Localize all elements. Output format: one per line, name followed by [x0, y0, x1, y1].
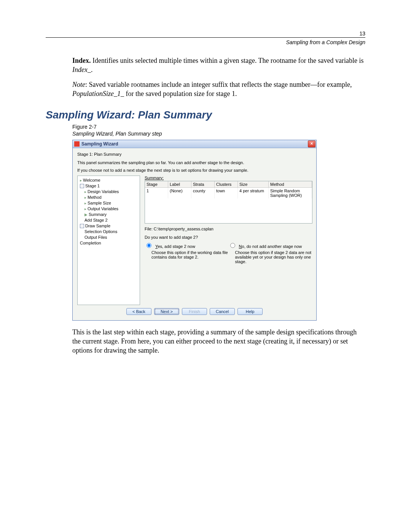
arrow-icon: ▸ [84, 200, 86, 206]
th-label: Label [168, 181, 191, 187]
stage-title: Stage 1: Plan Summary [77, 152, 312, 157]
tree-design-variables[interactable]: ▸Design Variables [79, 189, 138, 195]
td-method: Simple Random Sampling (WOR) [269, 188, 312, 198]
radio-no-input[interactable] [230, 243, 235, 248]
radio-no-mnemonic: N [239, 244, 242, 249]
figure-caption: Figure 2-7 Sampling Wizard, Plan Summary… [72, 123, 365, 137]
tree-output-files[interactable]: Output Files [79, 235, 138, 240]
radio-yes-explain: Choose this option if the working data f… [151, 250, 228, 259]
tree-label: Draw Sample [85, 223, 110, 229]
tree-label: Output Variables [88, 206, 118, 212]
arrow-icon: ▶ [84, 212, 88, 217]
tree-label: Stage 1 [85, 183, 100, 189]
page-number: 13 [46, 30, 365, 37]
tree-label: Method [88, 195, 102, 200]
summary-label: Summary: [145, 176, 312, 180]
tree-method[interactable]: ▸Method [79, 195, 138, 200]
index-rest: Identifies units selected multiple times… [91, 57, 364, 64]
next-button[interactable]: Next > [154, 308, 179, 315]
collapse-icon[interactable]: - [80, 224, 84, 228]
radio-no-label: No, do not add another stage now [239, 244, 302, 249]
arrow-icon: ▸ [84, 206, 86, 212]
add-stage-question: Do you want to add stage 2? [145, 235, 312, 240]
th-strata: Strata [191, 181, 215, 187]
dialog-title: Sampling Wizard [81, 141, 308, 147]
table-header: Stage Label Strata Clusters Size Method [145, 181, 312, 188]
tree-label: Welcome [83, 177, 100, 183]
collapse-icon[interactable]: - [80, 184, 84, 188]
tree-draw-sample[interactable]: -Draw Sample [79, 223, 138, 229]
back-button[interactable]: < Back [126, 308, 151, 315]
tree-welcome[interactable]: ▸Welcome [79, 177, 138, 183]
tree-output-variables[interactable]: ▸Output Variables [79, 206, 138, 212]
tree-label: Design Variables [88, 189, 119, 195]
td-strata: county [191, 188, 215, 198]
tree-label: Completion [80, 240, 101, 246]
tree-selection-options[interactable]: Selection Options [79, 229, 138, 235]
note-mid: : Saved variable rootnames include an in… [85, 81, 352, 88]
th-stage: Stage [145, 181, 168, 187]
td-label: (None) [168, 188, 191, 198]
table-row: 1 (None) county town 4 per stratum Simpl… [145, 188, 312, 198]
cancel-button[interactable]: Cancel [210, 308, 235, 315]
index-tail: . [91, 66, 93, 73]
figure-title: Sampling Wizard, Plan Summary step [72, 131, 162, 137]
wizard-dialog: Sampling Wizard × Stage 1: Plan Summary … [72, 140, 317, 321]
td-clusters: town [215, 188, 238, 198]
tree-label: Output Files [84, 235, 107, 240]
index-ital: Index_ [72, 66, 91, 73]
tree-sample-size[interactable]: ▸Sample Size [79, 200, 138, 206]
desc-line-2: If you choose not to add a next stage th… [77, 168, 312, 173]
td-size: 4 per stratum [238, 188, 269, 198]
tree-label: Selection Options [84, 229, 117, 235]
tree-add-stage-2[interactable]: Add Stage 2 [79, 217, 138, 223]
th-size: Size [238, 181, 269, 187]
figure-label: Figure 2-7 [72, 124, 97, 130]
note-lead: Note [72, 81, 85, 88]
titlebar: Sampling Wizard × [73, 140, 316, 148]
radio-no-explain: Choose this option if stage 2 data are n… [235, 250, 312, 264]
th-method: Method [269, 181, 312, 187]
radio-yes[interactable]: Yes, add stage 2 now [145, 242, 228, 249]
button-bar: < Back Next > Finish Cancel Help [77, 305, 312, 317]
tree-summary[interactable]: ▶Summary [79, 212, 138, 217]
arrow-icon: ▸ [84, 195, 86, 200]
file-path-line: File: C:\temp\property_assess.csplan [145, 227, 312, 231]
paragraph-index: Index. Identifies units selected multipl… [72, 56, 365, 75]
paragraph-note: Note: Saved variable rootnames include a… [72, 80, 365, 99]
note-tail: for the saved population size for stage … [124, 90, 237, 97]
running-head: Sampling from a Complex Design [46, 39, 365, 45]
followup-paragraph: This is the last step within each stage,… [72, 328, 365, 355]
radio-yes-text: es, add stage 2 now [158, 244, 195, 249]
section-heading: Sampling Wizard: Plan Summary [46, 109, 365, 121]
tree-stage1[interactable]: -Stage 1 [79, 183, 138, 189]
radio-no[interactable]: No, do not add another stage now [228, 242, 312, 249]
help-button[interactable]: Help [237, 308, 263, 315]
radio-yes-label: Yes, add stage 2 now [155, 244, 195, 249]
nav-tree[interactable]: ▸Welcome -Stage 1 ▸Design Variables ▸Met… [77, 176, 140, 305]
close-icon[interactable]: × [308, 141, 315, 147]
tree-label: Summary [89, 212, 107, 217]
td-stage: 1 [145, 188, 168, 198]
arrow-icon: ▸ [80, 177, 82, 183]
finish-button: Finish [182, 308, 207, 315]
tree-completion[interactable]: Completion [79, 240, 138, 246]
tree-label: Sample Size [88, 200, 111, 206]
summary-table: Stage Label Strata Clusters Size Method … [145, 181, 312, 224]
radio-yes-input[interactable] [147, 243, 151, 248]
desc-line-1: This panel summarizes the sampling plan … [77, 160, 312, 165]
top-rule [46, 37, 365, 38]
tree-label: Add Stage 2 [84, 217, 108, 223]
radio-no-text: o, do not add another stage now [242, 244, 302, 249]
index-lead: Index. [72, 57, 91, 64]
app-icon [74, 141, 80, 147]
note-ital: PopulationSize_1_ [72, 90, 124, 97]
arrow-icon: ▸ [84, 189, 86, 195]
th-clusters: Clusters [215, 181, 238, 187]
